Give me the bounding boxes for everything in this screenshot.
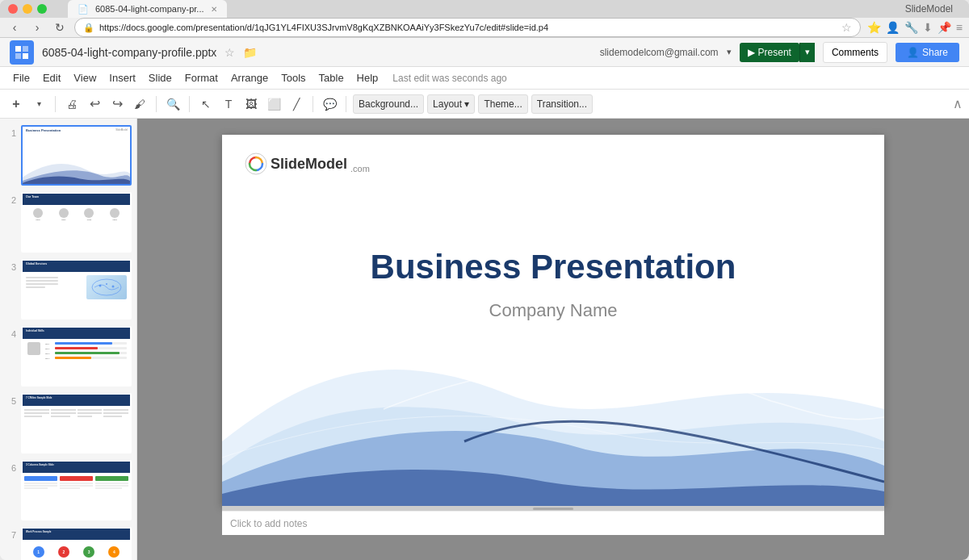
- back-button[interactable]: ‹: [6, 19, 23, 36]
- theme-button[interactable]: Theme...: [478, 94, 527, 114]
- menu-format[interactable]: Format: [178, 69, 224, 87]
- menu-bar: File Edit View Insert Slide Format Arran…: [0, 67, 969, 90]
- zoom-in-button[interactable]: +: [6, 94, 26, 114]
- slide-preview-6[interactable]: 3 Columns Sample Slide: [21, 460, 132, 520]
- notes-container: Click to add notes: [222, 506, 884, 535]
- close-button[interactable]: [8, 4, 18, 14]
- redo-button[interactable]: ↪: [107, 94, 127, 114]
- slide-number-5: 5: [5, 396, 16, 406]
- cursor-tool[interactable]: ↖: [196, 94, 216, 114]
- undo-button[interactable]: ↩: [85, 94, 104, 114]
- tab-title: 6085-04-light-company-pr...: [95, 4, 204, 14]
- browser-tab[interactable]: 📄 6085-04-light-company-pr... ✕: [68, 0, 227, 18]
- slide-preview-2[interactable]: Our Team Name Name Name Name: [21, 192, 132, 253]
- paint-format-button[interactable]: 🖌: [130, 94, 149, 114]
- svg-point-7: [112, 286, 115, 288]
- present-dropdown-button[interactable]: ▾: [799, 43, 815, 62]
- slide-preview-5[interactable]: 7 CRtline Sample Slide: [21, 393, 132, 453]
- forward-button[interactable]: ›: [29, 19, 45, 36]
- menu-arrange[interactable]: Arrange: [224, 69, 275, 87]
- url-text: https://docs.google.com/presentation/d/1…: [99, 23, 837, 32]
- comments-button[interactable]: Comments: [823, 42, 887, 63]
- slide-preview-4[interactable]: Individual Skills Skill 1 Skill 2 Skill …: [21, 326, 132, 387]
- url-bar[interactable]: 🔒 https://docs.google.com/presentation/d…: [74, 18, 861, 37]
- maximize-button[interactable]: [37, 4, 47, 14]
- profile-icon[interactable]: 👤: [886, 21, 900, 34]
- background-button[interactable]: Background...: [353, 94, 424, 114]
- slide-preview-3[interactable]: Global Services: [21, 259, 132, 320]
- app-header: 6085-04-light-company-profile.pptx ☆ 📁 s…: [0, 38, 969, 67]
- slide-thumb-5[interactable]: 5 7 CRtline Sample Slide: [5, 393, 132, 453]
- text-tool[interactable]: T: [219, 94, 238, 114]
- logo-suffix: .com: [350, 164, 370, 173]
- slide-6-thumbnail: 3 Columns Sample Slide: [23, 462, 130, 519]
- svg-rect-2: [15, 53, 21, 59]
- image-tool[interactable]: 🖼: [241, 94, 261, 114]
- menu-edit[interactable]: Edit: [36, 69, 67, 87]
- menu-help[interactable]: Help: [350, 69, 385, 87]
- extension1-icon[interactable]: 🔧: [904, 21, 918, 34]
- slide-1-wave-thumb: [23, 156, 130, 185]
- notes-placeholder: Click to add notes: [230, 518, 307, 529]
- transition-button[interactable]: Transition...: [531, 94, 593, 114]
- slide-number-7: 7: [5, 530, 16, 540]
- tab-close-button[interactable]: ✕: [211, 5, 217, 14]
- notes-area[interactable]: Click to add notes: [222, 511, 884, 535]
- extension4-icon[interactable]: ≡: [956, 21, 963, 34]
- folder-icon[interactable]: 📁: [243, 46, 257, 59]
- slide-1-thumbnail: Business Presentation SlideModel: [23, 127, 130, 184]
- menu-view[interactable]: View: [67, 69, 103, 87]
- menu-tools[interactable]: Tools: [275, 69, 312, 87]
- present-button[interactable]: ▶ Present: [740, 43, 799, 62]
- zoom-button[interactable]: 🔍: [163, 94, 182, 114]
- slide-4-thumbnail: Individual Skills Skill 1 Skill 2 Skill …: [23, 328, 130, 385]
- slide-number-2: 2: [5, 195, 16, 205]
- tab-bar: 📄 6085-04-light-company-pr... ✕: [68, 0, 227, 18]
- toolbar: + ▾ 🖨 ↩ ↪ 🖌 🔍 ↖ T 🖼 ⬜ ╱ 💬 Background... …: [0, 90, 969, 119]
- dropdown-icon[interactable]: ▾: [727, 47, 732, 57]
- extension3-icon[interactable]: 📌: [938, 21, 951, 34]
- slide-thumb-2[interactable]: 2 Our Team Name Name Name Name: [5, 192, 132, 253]
- favorite-icon[interactable]: ☆: [224, 46, 235, 59]
- extension2-icon[interactable]: ⬇: [923, 21, 933, 34]
- toolbar-separator-2: [156, 96, 157, 112]
- svg-point-5: [99, 285, 102, 287]
- menu-table[interactable]: Table: [313, 69, 350, 87]
- slide-panel: 1 Business Presentation SlideModel: [0, 119, 137, 560]
- line-tool[interactable]: ╱: [287, 94, 306, 114]
- star-icon[interactable]: ☆: [841, 21, 852, 34]
- main-content: 1 Business Presentation SlideModel: [0, 119, 969, 560]
- slide-canvas[interactable]: SlideModel .com Business Presentation Co…: [222, 135, 884, 506]
- bookmark-icon[interactable]: ⭐: [867, 21, 881, 34]
- slide-thumb-4[interactable]: 4 Individual Skills Skill 1 Skill 2 Skil…: [5, 326, 132, 387]
- minimize-button[interactable]: [23, 4, 32, 14]
- slide-preview-1[interactable]: Business Presentation SlideModel: [21, 125, 132, 186]
- slide-thumb-6[interactable]: 6 3 Columns Sample Slide: [5, 460, 132, 520]
- menu-slide[interactable]: Slide: [142, 69, 178, 87]
- slide-thumb-3[interactable]: 3 Global Services: [5, 259, 132, 320]
- slide-number-1: 1: [5, 128, 16, 138]
- zoom-dropdown-button[interactable]: ▾: [29, 94, 48, 114]
- layout-button[interactable]: Layout ▾: [427, 94, 475, 114]
- menu-file[interactable]: File: [6, 69, 36, 87]
- menu-insert[interactable]: Insert: [103, 69, 142, 87]
- slide-preview-7[interactable]: Work Process Sample 1 2 3 4: [21, 527, 132, 560]
- slide-2-thumbnail: Our Team Name Name Name Name: [23, 194, 130, 251]
- reload-button[interactable]: ↻: [52, 19, 68, 36]
- print-button[interactable]: 🖨: [62, 94, 82, 114]
- slide-5-thumbnail: 7 CRtline Sample Slide: [23, 395, 130, 452]
- browser-label: SlideModel: [905, 3, 961, 15]
- comment-tool[interactable]: 💬: [320, 94, 339, 114]
- share-button[interactable]: 👤 Share: [896, 43, 959, 62]
- svg-rect-3: [23, 53, 28, 59]
- slide-thumb-7[interactable]: 7 Work Process Sample 1 2 3 4: [5, 527, 132, 560]
- collapse-toolbar-button[interactable]: ∧: [953, 96, 963, 111]
- toolbar-right: ∧: [953, 96, 963, 111]
- address-bar: ‹ › ↻ 🔒 https://docs.google.com/presenta…: [0, 18, 969, 38]
- editor-area: SlideModel .com Business Presentation Co…: [137, 119, 969, 560]
- logo-text: SlideModel: [271, 156, 347, 173]
- shapes-tool[interactable]: ⬜: [264, 94, 283, 114]
- slide-thumb-1[interactable]: 1 Business Presentation SlideModel: [5, 125, 132, 186]
- svg-rect-1: [23, 46, 28, 52]
- slide-3-thumbnail: Global Services: [23, 261, 130, 318]
